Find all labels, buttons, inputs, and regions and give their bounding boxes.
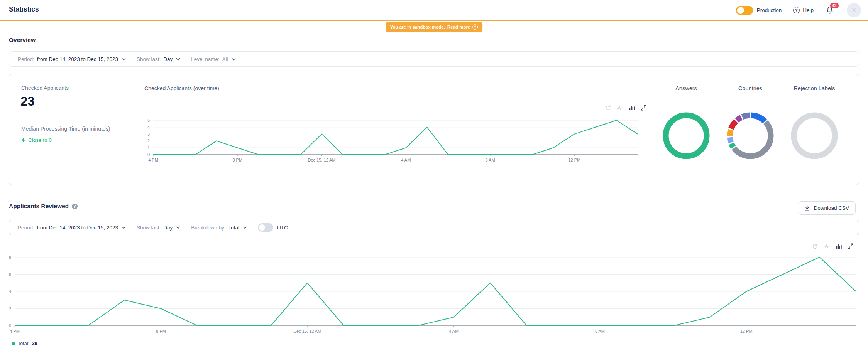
svg-text:0: 0: [147, 152, 150, 157]
show-last-filter[interactable]: Show last: Day: [137, 225, 180, 231]
expand-icon[interactable]: [641, 105, 646, 111]
utc-label: UTC: [277, 225, 288, 231]
applicants-reviewed-chart: 024684 PM8 PMDec 15, 12 AM4 AM8 AM12 PM: [7, 253, 861, 337]
expand-icon[interactable]: [848, 243, 853, 249]
show-last-value: Day: [163, 56, 173, 62]
utc-toggle-group: UTC: [258, 223, 288, 232]
statistics-page: Statistics Production ? Help 43 ✳ You ar…: [0, 0, 868, 352]
checked-over-time-title: Checked Applicants (over time): [144, 85, 219, 91]
level-name-label: Level name:: [191, 56, 220, 62]
help-question-icon: ?: [793, 7, 800, 13]
production-label: Production: [757, 7, 782, 13]
svg-text:12 PM: 12 PM: [740, 329, 753, 333]
breakdown-by-filter[interactable]: Breakdown by: Total: [191, 225, 247, 231]
production-toggle[interactable]: [736, 6, 753, 15]
svg-text:4 AM: 4 AM: [449, 329, 459, 333]
help-label: Help: [803, 7, 814, 13]
notifications-button[interactable]: 43: [825, 5, 835, 15]
checked-applicants-value: 23: [20, 94, 35, 109]
bar-chart-icon[interactable]: [629, 105, 635, 111]
period-filter[interactable]: Period: from Dec 14, 2023 to Dec 15, 202…: [18, 56, 126, 62]
svg-text:8 PM: 8 PM: [232, 158, 242, 162]
breakdown-by-label: Breakdown by:: [191, 225, 225, 231]
period-filter[interactable]: Period: from Dec 14, 2023 to Dec 15, 202…: [18, 225, 126, 231]
period-label: Period:: [18, 225, 34, 231]
countries-title: Countries: [719, 85, 781, 91]
download-icon: [804, 205, 810, 211]
chevron-down-icon: [232, 58, 236, 61]
download-csv-label: Download CSV: [814, 205, 849, 211]
svg-text:12 PM: 12 PM: [568, 158, 580, 162]
svg-text:8 PM: 8 PM: [156, 329, 166, 333]
level-name-value: All: [222, 56, 228, 62]
svg-text:4 PM: 4 PM: [148, 158, 158, 162]
avatar-glyph-icon: ✳: [851, 7, 856, 14]
line-chart-icon[interactable]: [824, 243, 830, 249]
undo-icon[interactable]: [605, 105, 611, 111]
show-last-label: Show last:: [137, 56, 161, 62]
series-dot-icon: [12, 342, 15, 345]
svg-text:4 PM: 4 PM: [10, 329, 20, 333]
applicants-reviewed-heading: Applicants Reviewed ?: [9, 203, 78, 210]
svg-text:8: 8: [9, 255, 11, 259]
breakdown-by-value: Total: [228, 225, 240, 231]
utc-toggle[interactable]: [258, 223, 273, 232]
banner-question-icon[interactable]: ?: [472, 24, 478, 30]
notification-badge: 43: [830, 3, 839, 9]
show-last-label: Show last:: [137, 225, 161, 231]
svg-text:0: 0: [9, 323, 11, 328]
svg-text:4 AM: 4 AM: [401, 158, 411, 162]
sandbox-banner-text: You are in sandbox mode.: [390, 25, 445, 29]
chevron-down-icon: [122, 226, 126, 229]
chevron-down-icon: [243, 226, 247, 229]
svg-text:6: 6: [9, 272, 11, 277]
rejection-labels-donut-chart: [790, 111, 839, 160]
median-processing-label: Median Processing Time (in minutes): [21, 126, 110, 132]
avatar[interactable]: ✳: [847, 3, 861, 17]
chevron-down-icon: [122, 58, 126, 61]
toggle-knob: [737, 7, 744, 14]
top-header: Statistics Production ? Help 43 ✳: [0, 0, 868, 21]
applicants-reviewed-heading-label: Applicants Reviewed: [9, 203, 69, 210]
svg-text:2: 2: [147, 138, 150, 143]
answers-donut-chart: [662, 111, 711, 160]
svg-text:Dec 15, 12 AM: Dec 15, 12 AM: [293, 329, 321, 333]
line-chart-icon[interactable]: [617, 105, 623, 111]
period-label: Period:: [18, 56, 34, 62]
overview-heading: Overview: [9, 37, 36, 44]
chart1-toolbar: [605, 105, 646, 111]
lightning-bolt-icon: [21, 138, 25, 143]
svg-text:8 AM: 8 AM: [595, 329, 605, 333]
section-help-icon[interactable]: ?: [72, 204, 78, 209]
period-value: from Dec 14, 2023 to Dec 15, 2023: [37, 56, 118, 62]
level-name-filter[interactable]: Level name: All: [191, 56, 236, 62]
overview-heading-label: Overview: [9, 37, 36, 44]
checked-over-time-chart: 0123454 PM8 PMDec 15, 12 AM4 AM8 AM12 PM: [136, 116, 641, 165]
show-last-filter[interactable]: Show last: Day: [137, 56, 180, 62]
checked-applicants-label: Checked Applicants: [21, 85, 69, 91]
answers-title: Answers: [655, 85, 717, 91]
svg-text:2: 2: [9, 307, 11, 311]
svg-text:Dec 15, 12 AM: Dec 15, 12 AM: [308, 158, 335, 162]
total-label: Total:: [18, 341, 29, 346]
help-button[interactable]: ? Help: [793, 7, 814, 13]
countries-donut-chart: [726, 111, 775, 160]
page-title: Statistics: [9, 5, 39, 13]
rejection-labels-title: Rejection Labels: [783, 85, 845, 91]
median-processing-value-row: Close to 0: [21, 137, 52, 143]
read-more-link[interactable]: Read more: [447, 25, 470, 29]
svg-text:4: 4: [9, 289, 11, 294]
bar-chart-icon[interactable]: [836, 243, 842, 249]
overview-filter-bar: Period: from Dec 14, 2023 to Dec 15, 202…: [9, 51, 859, 67]
chevron-down-icon: [176, 226, 180, 229]
production-toggle-group: Production: [736, 6, 782, 15]
undo-icon[interactable]: [812, 243, 818, 249]
svg-text:5: 5: [147, 118, 150, 123]
svg-text:1: 1: [147, 145, 150, 150]
header-controls: Production ? Help 43 ✳: [736, 0, 861, 20]
chart2-toolbar: [812, 243, 853, 249]
sandbox-banner: You are in sandbox mode. Read more ?: [386, 22, 483, 32]
total-row: Total: 39: [12, 341, 37, 346]
download-csv-button[interactable]: Download CSV: [798, 201, 856, 215]
show-last-value: Day: [163, 225, 173, 231]
